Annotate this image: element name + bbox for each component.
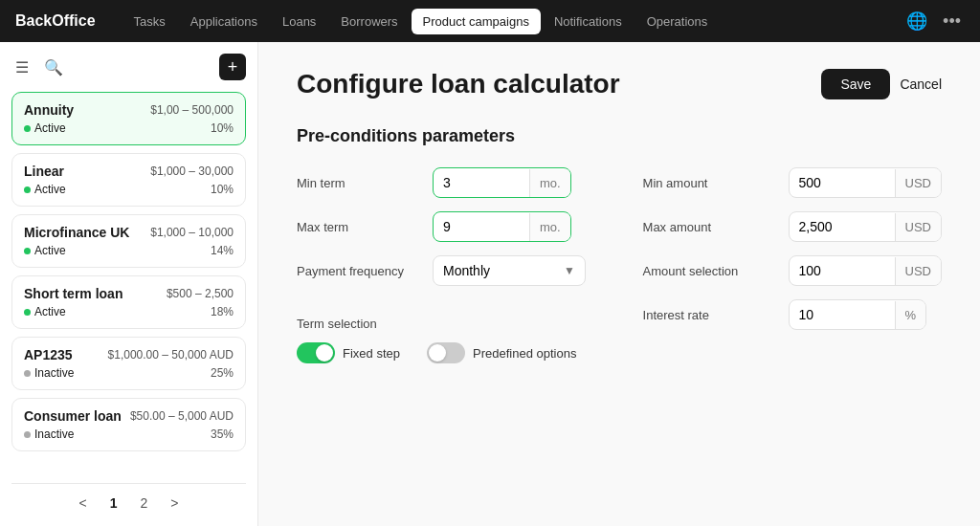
pagination: < 1 2 > bbox=[11, 483, 246, 515]
payment-frequency-select-group[interactable]: Monthly Weekly Bi-weekly Daily ▼ bbox=[433, 255, 586, 286]
pagination-next[interactable]: > bbox=[163, 492, 186, 515]
loan-item-header: AP1235 $1,000.00 – 50,000 AUD bbox=[24, 347, 234, 362]
main-header: Configure loan calculator Save Cancel bbox=[297, 69, 942, 99]
add-loan-button[interactable]: + bbox=[219, 54, 246, 80]
min-term-label: Min term bbox=[297, 176, 421, 190]
interest-rate-label: Interest rate bbox=[643, 308, 777, 322]
navbar: BackOffice Tasks Applications Loans Borr… bbox=[0, 0, 980, 42]
pagination-prev[interactable]: < bbox=[72, 492, 95, 515]
status-label: Active bbox=[34, 244, 66, 257]
sidebar-loan-list: Annuity $1,00 – 500,000 Active 10% Linea… bbox=[11, 92, 246, 475]
form-col-left: Min term mo. Max term mo. bbox=[297, 167, 605, 363]
min-amount-suffix: USD bbox=[895, 169, 941, 197]
term-selection-label: Term selection bbox=[297, 317, 605, 331]
loan-name: Short term loan bbox=[24, 286, 122, 301]
nav-loans[interactable]: Loans bbox=[271, 9, 327, 34]
status-dot-inactive bbox=[24, 370, 31, 377]
loan-status: Active bbox=[24, 305, 66, 318]
max-term-row: Max term mo. bbox=[297, 211, 605, 242]
loan-rate: 25% bbox=[211, 366, 234, 380]
loan-item-ap1235[interactable]: AP1235 $1,000.00 – 50,000 AUD Inactive 2… bbox=[11, 337, 246, 390]
pagination-page-2[interactable]: 2 bbox=[133, 492, 156, 515]
brand-logo: BackOffice bbox=[15, 12, 96, 30]
payment-frequency-select[interactable]: Monthly Weekly Bi-weekly Daily bbox=[443, 263, 556, 278]
loan-rate: 14% bbox=[211, 244, 234, 257]
loan-range: $1,000 – 10,000 bbox=[150, 226, 234, 239]
amount-selection-input[interactable] bbox=[790, 256, 895, 285]
page-title: Configure loan calculator bbox=[297, 69, 620, 99]
loan-item-header: Short term loan $500 – 2,500 bbox=[24, 286, 234, 301]
loan-status: Inactive bbox=[24, 366, 74, 380]
max-amount-row: Max amount USD bbox=[643, 211, 942, 242]
nav-applications[interactable]: Applications bbox=[179, 9, 269, 34]
min-term-suffix: mo. bbox=[529, 169, 570, 197]
loan-range: $1,000.00 – 50,000 AUD bbox=[108, 348, 234, 362]
status-label: Inactive bbox=[34, 366, 74, 380]
min-amount-input[interactable] bbox=[790, 168, 895, 197]
filter-icon[interactable]: ☰ bbox=[11, 55, 33, 80]
more-options-icon[interactable]: ••• bbox=[939, 8, 965, 35]
loan-range: $1,00 – 500,000 bbox=[150, 103, 234, 117]
chevron-down-icon: ▼ bbox=[564, 264, 575, 277]
fixed-step-toggle-item: Fixed step bbox=[297, 342, 400, 363]
save-button[interactable]: Save bbox=[821, 69, 890, 99]
predefined-options-label: Predefined options bbox=[473, 346, 576, 361]
status-label: Active bbox=[34, 305, 66, 318]
max-amount-input[interactable] bbox=[790, 212, 895, 241]
loan-name: Microfinance UK bbox=[24, 225, 129, 240]
loan-item-header: Microfinance UK $1,000 – 10,000 bbox=[24, 225, 234, 240]
loan-item-header: Consumer loan $50.00 – 5,000 AUD bbox=[24, 408, 234, 424]
loan-item-footer: Active 18% bbox=[24, 305, 234, 318]
predefined-options-toggle[interactable] bbox=[427, 342, 465, 363]
loan-rate: 18% bbox=[211, 305, 234, 318]
min-amount-row: Min amount USD bbox=[643, 167, 942, 198]
loan-item-annuity[interactable]: Annuity $1,00 – 500,000 Active 10% bbox=[11, 92, 246, 145]
max-term-suffix: mo. bbox=[529, 213, 570, 241]
loan-item-footer: Active 14% bbox=[24, 244, 234, 257]
min-term-input[interactable] bbox=[434, 168, 529, 197]
loan-item-linear[interactable]: Linear $1,000 – 30,000 Active 10% bbox=[11, 153, 246, 207]
loan-range: $1,000 – 30,000 bbox=[150, 164, 234, 178]
status-label: Active bbox=[34, 183, 66, 196]
toggle-knob bbox=[429, 344, 446, 362]
nav-tasks[interactable]: Tasks bbox=[122, 9, 177, 34]
form-section: Pre-conditions parameters Min term mo. bbox=[297, 126, 942, 363]
nav-borrowers[interactable]: Borrowers bbox=[329, 9, 409, 34]
loan-item-footer: Inactive 35% bbox=[24, 427, 234, 441]
loan-item-footer: Active 10% bbox=[24, 183, 234, 196]
sidebar-toolbar: ☰ 🔍 + bbox=[11, 54, 246, 80]
globe-icon[interactable]: 🌐 bbox=[902, 7, 931, 35]
pagination-page-1[interactable]: 1 bbox=[102, 492, 125, 515]
nav-links: Tasks Applications Loans Borrowers Produ… bbox=[122, 9, 900, 34]
interest-rate-input[interactable] bbox=[790, 300, 895, 329]
interest-rate-input-group: % bbox=[789, 299, 927, 330]
max-term-input-group: mo. bbox=[433, 211, 571, 242]
payment-frequency-label: Payment frequency bbox=[297, 264, 421, 278]
section-title: Pre-conditions parameters bbox=[297, 126, 942, 146]
loan-range: $50.00 – 5,000 AUD bbox=[130, 409, 234, 423]
fixed-step-toggle[interactable] bbox=[297, 342, 335, 363]
main-actions: Save Cancel bbox=[821, 69, 942, 99]
loan-item-shortterm[interactable]: Short term loan $500 – 2,500 Active 18% bbox=[11, 275, 246, 329]
toggle-knob bbox=[316, 344, 333, 362]
loan-item-microfinance[interactable]: Microfinance UK $1,000 – 10,000 Active 1… bbox=[11, 214, 246, 268]
loan-name: AP1235 bbox=[24, 347, 73, 362]
loan-item-consumerloan[interactable]: Consumer loan $50.00 – 5,000 AUD Inactiv… bbox=[11, 398, 246, 451]
nav-operations[interactable]: Operations bbox=[635, 9, 720, 34]
loan-status: Active bbox=[24, 183, 66, 196]
max-amount-input-group: USD bbox=[789, 211, 942, 242]
form-grid: Min term mo. Max term mo. bbox=[297, 167, 942, 363]
loan-item-footer: Active 10% bbox=[24, 121, 234, 135]
nav-product-campaigns[interactable]: Product campaigns bbox=[412, 9, 541, 34]
loan-name: Consumer loan bbox=[24, 408, 122, 424]
amount-selection-suffix: USD bbox=[895, 257, 941, 285]
search-icon[interactable]: 🔍 bbox=[40, 55, 67, 80]
max-term-input[interactable] bbox=[434, 212, 529, 241]
amount-selection-row: Amount selection USD bbox=[643, 255, 942, 286]
term-selection-section: Term selection Fixed step bbox=[297, 317, 605, 363]
cancel-button[interactable]: Cancel bbox=[900, 77, 942, 92]
loan-item-header: Annuity $1,00 – 500,000 bbox=[24, 102, 234, 118]
nav-notifications[interactable]: Notifications bbox=[543, 9, 634, 34]
min-amount-label: Min amount bbox=[643, 176, 777, 190]
status-dot-inactive bbox=[24, 431, 31, 438]
